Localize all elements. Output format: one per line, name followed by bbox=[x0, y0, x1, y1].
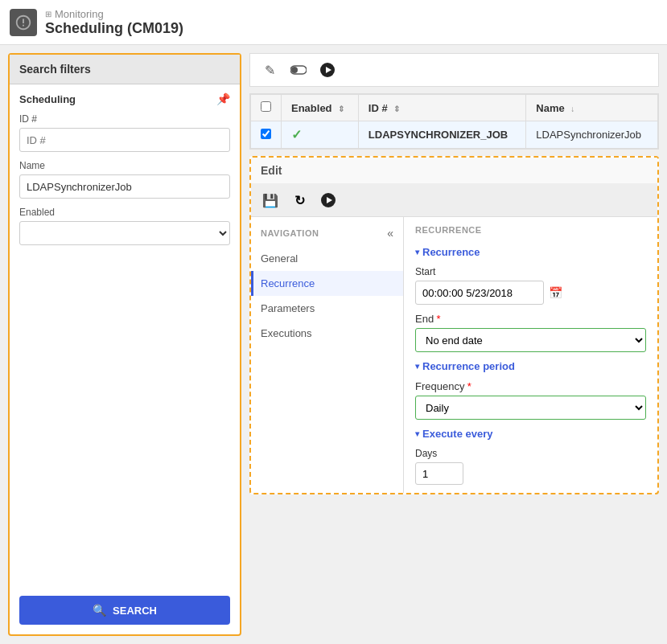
start-input-row: 📅 bbox=[415, 281, 646, 305]
nav-item-parameters[interactable]: Parameters bbox=[251, 296, 403, 321]
filter-section-header: Scheduling 📌 bbox=[19, 92, 230, 105]
enabled-check-icon: ✓ bbox=[291, 128, 302, 142]
days-label: Days bbox=[415, 448, 646, 459]
main-area: Search filters Scheduling 📌 ID # Name En… bbox=[0, 45, 667, 644]
row-enabled-cell: ✓ bbox=[282, 121, 359, 149]
app-logo bbox=[10, 9, 37, 36]
end-label: End * bbox=[415, 313, 646, 325]
end-select[interactable]: No end date Fixed end date bbox=[415, 328, 646, 352]
search-button[interactable]: 🔍 SEARCH bbox=[19, 596, 230, 625]
end-required-marker: * bbox=[436, 313, 440, 325]
nav-item-recurrence[interactable]: Recurrence bbox=[251, 271, 403, 296]
nav-executions-label: Executions bbox=[261, 327, 312, 339]
recurrence-header: RECURRENCE bbox=[415, 225, 646, 238]
search-button-label: SEARCH bbox=[113, 605, 157, 617]
execute-every-section-title[interactable]: Execute every bbox=[415, 428, 646, 440]
col-id-label: ID # bbox=[368, 102, 388, 114]
edit-panel-title: Edit bbox=[251, 158, 657, 184]
frequency-select[interactable]: Daily Weekly Monthly Yearly bbox=[415, 396, 646, 420]
days-field: Days bbox=[415, 448, 646, 485]
enabled-field: Enabled True False bbox=[19, 207, 230, 245]
recurrence-panel: RECURRENCE Recurrence Start 📅 bbox=[404, 217, 657, 493]
recurrence-section-title[interactable]: Recurrence bbox=[415, 246, 646, 258]
nav-item-executions[interactable]: Executions bbox=[251, 321, 403, 346]
filter-pin-icon: 📌 bbox=[216, 92, 230, 105]
nav-recurrence-label: Recurrence bbox=[261, 277, 315, 289]
save-button[interactable]: 💾 bbox=[259, 189, 282, 211]
start-input[interactable] bbox=[415, 281, 544, 305]
sort-enabled-icon[interactable]: ⇕ bbox=[338, 105, 344, 113]
edit-body: NAVIGATION « General Recurrence Paramete… bbox=[251, 217, 657, 493]
nav-panel: NAVIGATION « General Recurrence Paramete… bbox=[251, 217, 404, 493]
name-label: Name bbox=[19, 160, 230, 171]
id-input[interactable] bbox=[19, 128, 230, 152]
id-field: ID # bbox=[19, 113, 230, 152]
nav-item-general[interactable]: General bbox=[251, 246, 403, 271]
row-checkbox[interactable] bbox=[261, 129, 271, 139]
search-filters-panel: Search filters Scheduling 📌 ID # Name En… bbox=[8, 53, 241, 636]
edit-toolbar: 💾 ↻ bbox=[251, 184, 657, 217]
svg-point-1 bbox=[291, 67, 298, 73]
start-field: Start 📅 bbox=[415, 266, 646, 305]
results-table: Enabled ⇕ ID # ⇕ Name ↓ bbox=[250, 94, 658, 149]
app-container: ⊞ Monitoring Scheduling (CM019) Search f… bbox=[0, 0, 667, 644]
days-input[interactable] bbox=[415, 462, 463, 485]
run-button[interactable] bbox=[317, 189, 340, 211]
sort-name-icon[interactable]: ↓ bbox=[570, 105, 574, 113]
right-panel: ✎ bbox=[249, 53, 659, 636]
col-enabled-label: Enabled bbox=[291, 102, 332, 114]
edit-toolbar-button[interactable]: ✎ bbox=[258, 59, 281, 81]
enabled-select[interactable]: True False bbox=[19, 221, 230, 245]
nav-collapse-button[interactable]: « bbox=[387, 227, 393, 240]
refresh-button[interactable]: ↻ bbox=[288, 189, 311, 211]
nav-header-label: NAVIGATION bbox=[261, 228, 319, 238]
name-input[interactable] bbox=[19, 174, 230, 199]
recurrence-period-section-title[interactable]: Recurrence period bbox=[415, 360, 646, 372]
nav-header: NAVIGATION « bbox=[251, 224, 403, 246]
search-icon: 🔍 bbox=[93, 604, 106, 617]
row-checkbox-cell bbox=[251, 121, 282, 149]
play-toolbar-button[interactable] bbox=[316, 59, 339, 81]
frequency-required-marker: * bbox=[467, 380, 471, 392]
col-header-enabled: Enabled ⇕ bbox=[282, 95, 359, 121]
top-toolbar: ✎ bbox=[249, 53, 659, 87]
edit-panel: Edit 💾 ↻ NAVIGATION bbox=[249, 156, 659, 494]
frequency-label: Frequency * bbox=[415, 380, 646, 392]
name-field: Name bbox=[19, 160, 230, 199]
col-header-id: ID # ⇕ bbox=[358, 95, 525, 121]
breadcrumb: ⊞ Monitoring bbox=[45, 8, 183, 20]
row-id-cell: LDAPSYNCHRONIZER_JOB bbox=[358, 121, 525, 149]
col-header-name: Name ↓ bbox=[526, 95, 658, 121]
enabled-label: Enabled bbox=[19, 207, 230, 218]
end-field: End * No end date Fixed end date bbox=[415, 313, 646, 352]
results-table-area: Enabled ⇕ ID # ⇕ Name ↓ bbox=[249, 93, 659, 150]
col-name-label: Name bbox=[536, 102, 564, 114]
app-header: ⊞ Monitoring Scheduling (CM019) bbox=[0, 0, 667, 45]
header-text: ⊞ Monitoring Scheduling (CM019) bbox=[45, 8, 183, 37]
page-title: Scheduling (CM019) bbox=[45, 20, 183, 37]
table-row[interactable]: ✓ LDAPSYNCHRONIZER_JOB LDAPSynchronizerJ… bbox=[251, 121, 658, 149]
select-all-checkbox[interactable] bbox=[261, 101, 271, 112]
nav-parameters-label: Parameters bbox=[261, 302, 315, 314]
calendar-icon[interactable]: 📅 bbox=[549, 286, 562, 299]
row-name-cell: LDAPSynchronizerJob bbox=[526, 121, 658, 149]
start-label: Start bbox=[415, 266, 646, 277]
toggle-toolbar-button[interactable] bbox=[287, 59, 310, 81]
nav-general-label: General bbox=[261, 252, 298, 265]
filter-section-title: Scheduling bbox=[19, 93, 76, 105]
filter-section: Scheduling 📌 ID # Name Enabled True bbox=[10, 84, 240, 589]
id-label: ID # bbox=[19, 113, 230, 125]
sort-id-icon[interactable]: ⇕ bbox=[393, 105, 400, 113]
col-header-checkbox bbox=[251, 95, 282, 121]
search-filters-title: Search filters bbox=[10, 55, 240, 84]
frequency-field: Frequency * Daily Weekly Monthly Yearly bbox=[415, 380, 646, 420]
